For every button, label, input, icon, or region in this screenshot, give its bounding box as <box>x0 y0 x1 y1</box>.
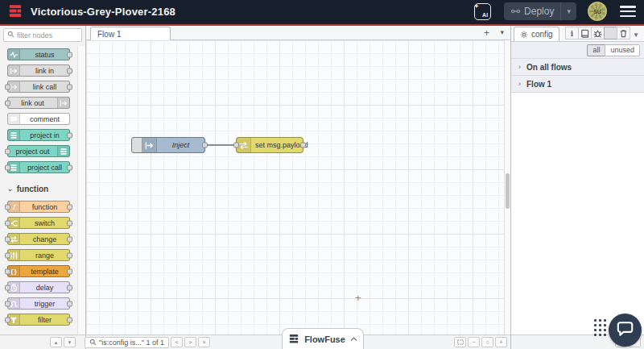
zoom-in-button[interactable]: + <box>495 337 507 347</box>
input-port[interactable] <box>5 268 10 274</box>
change-output-port[interactable] <box>300 143 306 148</box>
palette-node-comment[interactable]: comment <box>7 113 70 125</box>
output-port[interactable] <box>67 164 72 170</box>
chevron-right-icon: › <box>518 80 521 88</box>
palette-node-trigger[interactable]: trigger <box>7 297 70 310</box>
change-node[interactable]: set msg.payload <box>236 137 303 153</box>
palette-category-function[interactable]: ⌄function <box>7 185 85 193</box>
node-palette: filter nodes statuslink inlink calllink … <box>0 26 86 349</box>
sidebar-tabs-caret[interactable]: ▾ <box>634 31 638 39</box>
search-close-button[interactable]: × <box>198 337 210 347</box>
palette-node-project-call[interactable]: project call <box>7 161 70 173</box>
user-avatar[interactable]: SU <box>588 2 607 21</box>
input-port[interactable] <box>5 100 10 106</box>
sidebar-tab-trash-icon[interactable] <box>617 27 630 39</box>
chat-widget-button[interactable] <box>609 314 642 347</box>
flow-canvas[interactable]: Inject set msg.payload + <box>86 40 510 334</box>
zoom-out-button[interactable]: − <box>468 337 480 347</box>
palette-node-filter[interactable]: filter <box>7 314 70 326</box>
palette-scrollbar[interactable] <box>77 46 85 334</box>
palette-search-input[interactable]: filter nodes <box>3 28 82 42</box>
palette-node-link-in[interactable]: link in <box>7 64 70 77</box>
output-port[interactable] <box>67 317 72 322</box>
palette-node-label: link in <box>20 65 69 76</box>
config-filter-unused-button[interactable]: unused <box>605 44 640 56</box>
inject-trigger-button[interactable] <box>132 138 142 152</box>
inject-output-port[interactable] <box>202 143 208 148</box>
deploy-options-caret[interactable]: ▾ <box>560 2 576 20</box>
deploy-button[interactable]: Deploy ▾ <box>504 2 576 20</box>
canvas-search-result[interactable]: "is:config is..." 1 of 1 <box>85 337 169 348</box>
pulse-icon <box>8 49 20 60</box>
output-port[interactable] <box>67 68 72 73</box>
chevron-right-icon: › <box>518 63 521 71</box>
output-port[interactable] <box>67 204 72 210</box>
input-port[interactable] <box>5 301 10 306</box>
palette-node-template[interactable]: {}template <box>7 265 70 277</box>
palette-node-project-in[interactable]: project in <box>7 129 70 141</box>
palette-node-project-out[interactable]: project out <box>7 145 70 157</box>
sidebar-tab-info-icon[interactable]: i <box>565 27 579 39</box>
palette-node-switch[interactable]: switch <box>7 217 70 229</box>
palette-node-change[interactable]: change <box>7 233 70 245</box>
config-group-flow-1[interactable]: ›Flow 1 <box>511 75 644 92</box>
search-prev-button[interactable]: < <box>171 337 183 347</box>
palette-node-range[interactable]: range <box>7 249 70 261</box>
input-port[interactable] <box>5 84 10 89</box>
input-port[interactable] <box>5 148 10 154</box>
palette-collapse-all-button[interactable]: ▴ <box>50 337 62 347</box>
input-port[interactable] <box>5 285 10 290</box>
avatar-initials: SU <box>593 9 601 15</box>
sidebar-tab-gear-icon[interactable] <box>604 27 617 39</box>
input-port[interactable] <box>5 204 10 210</box>
output-port[interactable] <box>67 220 72 226</box>
change-input-port[interactable] <box>233 143 239 148</box>
palette-node-label: change <box>20 234 69 244</box>
input-port[interactable] <box>5 317 10 322</box>
palette-node-delay[interactable]: delay <box>7 281 70 293</box>
app-window: Victorious-Grey-Plover-2168 ✦ AI Deploy … <box>0 0 644 349</box>
add-flow-button[interactable]: + <box>484 27 489 39</box>
output-port[interactable] <box>67 236 72 242</box>
output-port[interactable] <box>67 84 72 89</box>
input-port[interactable] <box>5 252 10 258</box>
output-port[interactable] <box>67 268 72 274</box>
main-menu-button[interactable] <box>620 6 636 17</box>
workspace: Flow 1 + ▾ Inject <box>86 26 510 349</box>
palette-node-label: project out <box>8 146 57 156</box>
config-group-on-all-flows[interactable]: ›On all flows <box>511 58 644 75</box>
input-port[interactable] <box>5 220 10 226</box>
canvas-vertical-scrollbar[interactable] <box>504 40 510 334</box>
inject-node[interactable]: Inject <box>131 137 205 153</box>
drag-handle-dots[interactable] <box>594 319 606 336</box>
ai-assistant-button[interactable]: ✦ AI <box>474 3 491 20</box>
output-port[interactable] <box>67 252 72 258</box>
output-port[interactable] <box>67 301 72 306</box>
sidebar-tab-bug-icon[interactable] <box>591 27 605 39</box>
output-port[interactable] <box>67 52 72 57</box>
sidebar-tab-book-icon[interactable] <box>578 27 592 39</box>
tab-config[interactable]: config <box>514 27 559 41</box>
flowfuse-drawer-button[interactable]: FlowFuse <box>282 328 364 349</box>
zoom-reset-button[interactable]: ○ <box>481 337 493 347</box>
palette-expand-all-button[interactable]: ▾ <box>64 337 76 347</box>
navigator-toggle-icon[interactable] <box>454 337 466 347</box>
config-tab-label: config <box>531 30 553 39</box>
palette-node-link-call[interactable]: link call <box>7 81 70 93</box>
search-next-button[interactable]: > <box>184 337 196 347</box>
tab-flow-1[interactable]: Flow 1 <box>90 27 171 40</box>
svg-text:i: i <box>570 29 573 38</box>
palette-node-link-out[interactable]: link out <box>7 97 70 109</box>
output-port[interactable] <box>67 285 72 290</box>
palette-node-function[interactable]: ffunction <box>7 201 70 213</box>
input-port[interactable] <box>5 236 10 242</box>
flow-list-button[interactable]: ▾ <box>500 28 504 36</box>
palette-node-status[interactable]: status <box>7 48 70 60</box>
canvas-scrollbar-thumb[interactable] <box>506 173 510 209</box>
palette-node-label: link out <box>8 98 57 108</box>
svg-text:f: f <box>12 203 17 211</box>
input-port[interactable] <box>5 164 10 170</box>
output-port[interactable] <box>67 132 72 138</box>
config-filter-all-button[interactable]: all <box>587 44 605 56</box>
link-icon <box>57 98 69 108</box>
